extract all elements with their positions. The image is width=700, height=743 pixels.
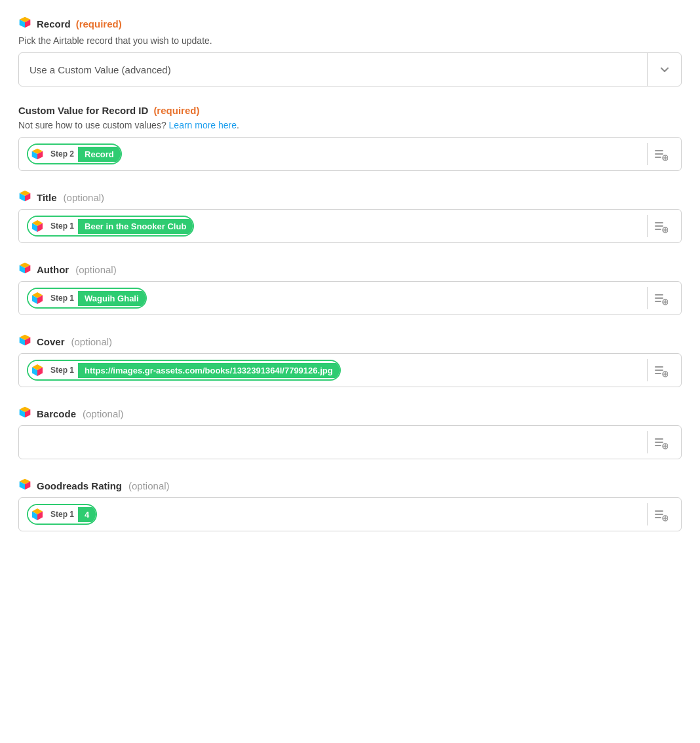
record-header: Record (required) — [18, 16, 682, 31]
record-dropdown[interactable]: Use a Custom Value (advanced) — [18, 52, 682, 86]
record-id-field-content: Step 2 Record — [27, 143, 642, 164]
author-step-number: Step 1 — [47, 291, 78, 305]
barcode-section: Barcode (optional) — [18, 406, 682, 459]
cover-add-action[interactable] — [647, 359, 673, 381]
title-section: Title (optional) Step 1 Beer in the Snoo… — [18, 189, 682, 243]
cover-label: Cover — [37, 336, 65, 347]
barcode-label: Barcode — [37, 408, 76, 419]
record-id-add-action[interactable] — [647, 143, 673, 165]
custom-value-section: Custom Value for Record ID (required) No… — [18, 105, 682, 171]
barcode-icon — [18, 406, 31, 421]
goodreads-header: Goodreads Rating (optional) — [18, 478, 682, 493]
author-list-plus-icon — [653, 291, 668, 305]
author-icon — [18, 261, 31, 277]
record-step-tag-icon — [28, 145, 47, 163]
record-label: Record — [37, 18, 71, 29]
title-field: Step 1 Beer in the Snooker Club — [18, 209, 682, 243]
goodreads-label: Goodreads Rating — [37, 480, 122, 491]
title-step-icon — [28, 217, 47, 235]
barcode-header: Barcode (optional) — [18, 406, 682, 421]
author-header: Author (optional) — [18, 261, 682, 277]
record-step-tag[interactable]: Step 2 Record — [27, 143, 122, 164]
author-field: Step 1 Waguih Ghali — [18, 281, 682, 315]
goodreads-list-plus-icon — [653, 507, 668, 522]
goodreads-icon — [18, 478, 31, 493]
cover-optional: (optional) — [71, 336, 113, 347]
title-header: Title (optional) — [18, 189, 682, 205]
goodreads-field-content: Step 1 4 — [27, 504, 642, 525]
cover-step-tag[interactable]: Step 1 https://images.gr-assets.com/book… — [27, 360, 341, 381]
title-field-content: Step 1 Beer in the Snooker Club — [27, 216, 642, 237]
author-step-value: Waguih Ghali — [78, 291, 146, 306]
author-section: Author (optional) Step 1 Waguih Ghali — [18, 261, 682, 315]
airtable-icon — [18, 16, 31, 31]
record-step-number: Step 2 — [47, 147, 78, 161]
title-step-number: Step 1 — [47, 219, 78, 233]
title-add-action[interactable] — [647, 215, 673, 237]
record-dropdown-value: Use a Custom Value (advanced) — [29, 55, 647, 85]
goodreads-step-value: 4 — [78, 507, 96, 522]
cover-section: Cover (optional) Step 1 https://images.g… — [18, 333, 682, 387]
dropdown-arrow-button[interactable] — [647, 53, 681, 86]
goodreads-step-tag[interactable]: Step 1 4 — [27, 504, 97, 525]
goodreads-step-icon — [28, 505, 47, 524]
author-label: Author — [37, 264, 69, 275]
record-required: (required) — [76, 18, 122, 29]
cover-field: Step 1 https://images.gr-assets.com/book… — [18, 353, 682, 387]
title-step-tag[interactable]: Step 1 Beer in the Snooker Club — [27, 216, 194, 237]
custom-value-label: Custom Value for Record ID — [18, 105, 148, 116]
cover-step-number: Step 1 — [47, 363, 78, 377]
barcode-list-plus-icon — [653, 435, 668, 449]
goodreads-add-action[interactable] — [647, 503, 673, 525]
author-step-tag[interactable]: Step 1 Waguih Ghali — [27, 288, 147, 309]
custom-value-required: (required) — [153, 105, 199, 116]
cover-field-content: Step 1 https://images.gr-assets.com/book… — [27, 360, 642, 381]
goodreads-section: Goodreads Rating (optional) Step 1 4 — [18, 478, 682, 531]
goodreads-step-number: Step 1 — [47, 507, 78, 522]
cover-header: Cover (optional) — [18, 333, 682, 349]
title-step-value: Beer in the Snooker Club — [78, 219, 193, 234]
title-optional: (optional) — [64, 192, 105, 203]
custom-value-header: Custom Value for Record ID (required) — [18, 105, 682, 116]
barcode-field — [18, 425, 682, 459]
author-optional: (optional) — [75, 264, 117, 275]
goodreads-optional: (optional) — [128, 480, 170, 491]
custom-value-desc: Not sure how to use custom values? Learn… — [18, 120, 682, 130]
cover-list-plus-icon — [653, 363, 668, 377]
record-description: Pick the Airtable record that you wish t… — [18, 35, 682, 46]
author-field-content: Step 1 Waguih Ghali — [27, 288, 642, 309]
cover-step-icon — [28, 361, 47, 379]
barcode-optional: (optional) — [83, 408, 124, 419]
learn-more-link[interactable]: Learn more here — [169, 120, 237, 130]
cover-icon — [18, 333, 31, 349]
cover-step-value: https://images.gr-assets.com/books/13323… — [78, 363, 340, 378]
goodreads-field: Step 1 4 — [18, 497, 682, 531]
title-list-plus-icon — [653, 219, 668, 233]
record-step-value: Record — [78, 147, 121, 162]
record-id-field: Step 2 Record — [18, 137, 682, 171]
list-plus-icon — [653, 147, 668, 161]
record-section: Record (required) Pick the Airtable reco… — [18, 16, 682, 86]
author-step-icon — [28, 289, 47, 307]
title-icon — [18, 189, 31, 205]
title-label: Title — [37, 192, 57, 203]
barcode-add-action[interactable] — [647, 431, 673, 453]
author-add-action[interactable] — [647, 287, 673, 309]
